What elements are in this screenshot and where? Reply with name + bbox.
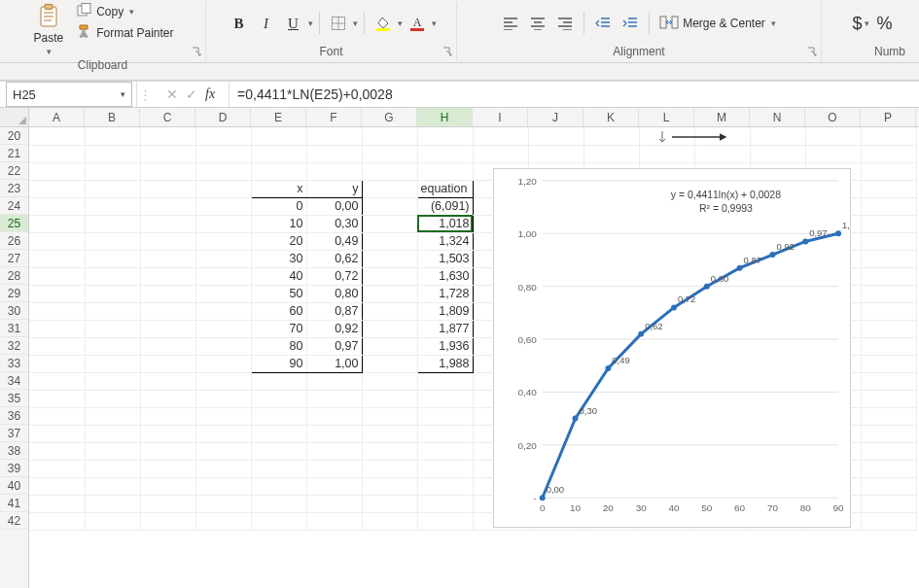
- cell-G38[interactable]: [362, 442, 417, 460]
- cell-G20[interactable]: [362, 127, 417, 145]
- cell-F35[interactable]: [306, 390, 362, 407]
- cell-F41[interactable]: [306, 495, 362, 512]
- cell-A26[interactable]: [29, 232, 85, 250]
- chevron-down-icon[interactable]: ▾: [121, 89, 125, 99]
- enter-icon[interactable]: ✓: [186, 86, 197, 102]
- row-header-21[interactable]: 21: [0, 145, 28, 162]
- cell-N20[interactable]: [750, 127, 805, 145]
- cell-E36[interactable]: [251, 407, 306, 425]
- cell-B29[interactable]: [85, 285, 140, 302]
- cell-H22[interactable]: [417, 162, 473, 180]
- cell-K20[interactable]: [583, 127, 639, 145]
- cell-F21[interactable]: [306, 145, 362, 162]
- row-header-25[interactable]: 25: [0, 215, 28, 232]
- cell-C29[interactable]: [140, 285, 195, 302]
- col-header-N[interactable]: N: [750, 108, 805, 126]
- cell-C34[interactable]: [140, 372, 195, 390]
- col-header-A[interactable]: A: [29, 108, 85, 126]
- cell-A21[interactable]: [29, 145, 85, 162]
- cell-P21[interactable]: [861, 145, 916, 162]
- caret-icon[interactable]: ▾: [432, 18, 437, 28]
- cell-G30[interactable]: [362, 302, 417, 320]
- cell-B41[interactable]: [85, 495, 140, 512]
- cell-O20[interactable]: [805, 127, 861, 145]
- cell-F38[interactable]: [306, 442, 362, 460]
- format-painter-button[interactable]: Format Painter: [73, 22, 177, 43]
- cell-G36[interactable]: [362, 407, 417, 425]
- col-header-J[interactable]: J: [528, 108, 583, 126]
- cell-F27[interactable]: 0,62: [306, 250, 362, 267]
- cell-E21[interactable]: [251, 145, 306, 162]
- cell-P35[interactable]: [861, 390, 916, 407]
- cell-H39[interactable]: [417, 460, 473, 477]
- caret-icon[interactable]: ▾: [308, 18, 313, 28]
- caret-icon[interactable]: ▾: [353, 18, 358, 28]
- cell-P25[interactable]: [861, 215, 916, 232]
- cell-P26[interactable]: [861, 232, 916, 250]
- cell-G22[interactable]: [362, 162, 417, 180]
- cell-A30[interactable]: [29, 302, 85, 320]
- dialog-launcher-font[interactable]: [441, 45, 454, 58]
- cell-E25[interactable]: 10: [251, 215, 306, 232]
- cell-grid[interactable]: xyequation00,00(6,091)100,301,018200,491…: [29, 127, 919, 588]
- cell-A24[interactable]: [29, 197, 85, 215]
- cell-F25[interactable]: 0,30: [306, 215, 362, 232]
- cell-A22[interactable]: [29, 162, 85, 180]
- cell-C38[interactable]: [140, 442, 195, 460]
- cell-H24[interactable]: (6,091): [417, 197, 473, 215]
- cell-B34[interactable]: [85, 372, 140, 390]
- cell-B24[interactable]: [85, 197, 140, 215]
- cell-D21[interactable]: [195, 145, 251, 162]
- cell-F33[interactable]: 1,00: [306, 355, 362, 372]
- cancel-icon[interactable]: ✕: [166, 86, 178, 102]
- cell-H36[interactable]: [417, 407, 473, 425]
- name-box[interactable]: H25 ▾: [6, 82, 132, 107]
- row-header-29[interactable]: 29: [0, 285, 28, 302]
- cell-F29[interactable]: 0,80: [306, 285, 362, 302]
- cell-A36[interactable]: [29, 407, 85, 425]
- cell-B26[interactable]: [85, 232, 140, 250]
- cell-B42[interactable]: [85, 512, 140, 530]
- cell-P36[interactable]: [861, 407, 916, 425]
- cell-C26[interactable]: [140, 232, 195, 250]
- cell-C28[interactable]: [140, 267, 195, 285]
- cell-F20[interactable]: [306, 127, 362, 145]
- cell-B35[interactable]: [85, 390, 140, 407]
- cell-J21[interactable]: [528, 145, 583, 162]
- font-color-button[interactable]: A: [405, 11, 430, 36]
- cell-F32[interactable]: 0,97: [306, 337, 362, 355]
- cell-E32[interactable]: 80: [251, 337, 306, 355]
- cell-G29[interactable]: [362, 285, 417, 302]
- cell-K21[interactable]: [583, 145, 639, 162]
- row-header-22[interactable]: 22: [0, 162, 28, 180]
- cell-G28[interactable]: [362, 267, 417, 285]
- cell-E23[interactable]: x: [251, 180, 306, 197]
- column-headers[interactable]: ABCDEFGHIJKLMNOP: [0, 108, 919, 127]
- cell-P31[interactable]: [861, 320, 916, 337]
- cell-E38[interactable]: [251, 442, 306, 460]
- cell-H33[interactable]: 1,988: [417, 355, 473, 372]
- cell-D25[interactable]: [195, 215, 251, 232]
- cell-B36[interactable]: [85, 407, 140, 425]
- cell-D38[interactable]: [195, 442, 251, 460]
- cell-D23[interactable]: [195, 180, 251, 197]
- cell-P23[interactable]: [861, 180, 916, 197]
- row-header-37[interactable]: 37: [0, 425, 28, 442]
- cell-P22[interactable]: [861, 162, 916, 180]
- row-header-23[interactable]: 23: [0, 180, 28, 197]
- cell-H38[interactable]: [417, 442, 473, 460]
- cell-N21[interactable]: [750, 145, 805, 162]
- row-header-31[interactable]: 31: [0, 320, 28, 337]
- cell-F24[interactable]: 0,00: [306, 197, 362, 215]
- cell-P40[interactable]: [861, 477, 916, 495]
- col-header-B[interactable]: B: [85, 108, 140, 126]
- cell-E33[interactable]: 90: [251, 355, 306, 372]
- cell-P38[interactable]: [861, 442, 916, 460]
- borders-button[interactable]: [326, 11, 351, 36]
- cell-P30[interactable]: [861, 302, 916, 320]
- cell-G34[interactable]: [362, 372, 417, 390]
- cell-G25[interactable]: [362, 215, 417, 232]
- cell-M21[interactable]: [694, 145, 750, 162]
- cell-B37[interactable]: [85, 425, 140, 442]
- cell-F28[interactable]: 0,72: [306, 267, 362, 285]
